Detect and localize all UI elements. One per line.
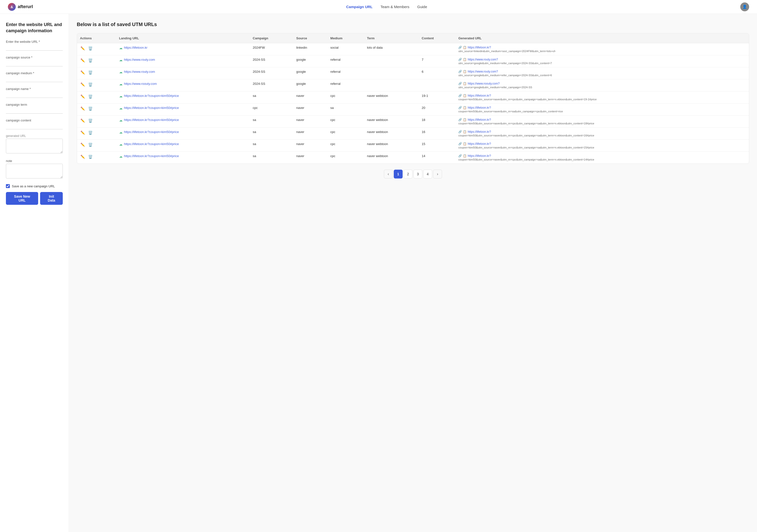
delete-button[interactable]: 🗑️ [88,70,93,75]
gen-url-link[interactable]: https://lifetoon.kr? [468,118,491,122]
copy-icon[interactable]: 📋 [463,70,467,73]
copy-icon[interactable]: 📋 [463,94,467,98]
cloud-icon: ☁ [119,82,123,86]
cloud-icon: ☁ [119,70,123,74]
gen-url-link[interactable]: https://www.routy.com? [468,70,498,73]
landing-url-link[interactable]: https://www.routy.com [124,58,155,62]
delete-button[interactable]: 🗑️ [88,154,93,159]
save-new-url-button[interactable]: Save New URL [6,192,38,205]
gen-url-link[interactable]: https://lifetoon.kr? [468,142,491,146]
campaign-content-input[interactable] [6,123,63,129]
gen-url-link[interactable]: https://lifetoon.kr? [468,130,491,133]
table-row: ✏️ 🗑️ ☁ https://lifetoon.kr?coupon=kim50… [77,92,749,103]
edit-button[interactable]: ✏️ [80,118,86,124]
edit-button[interactable]: ✏️ [80,46,86,51]
campaign-term-input[interactable] [6,107,63,114]
delete-button[interactable]: 🗑️ [88,106,93,111]
init-data-button[interactable]: Init Data [40,192,63,205]
edit-button[interactable]: ✏️ [80,130,86,135]
gen-url-top: 🔗 📋 https://www.routy.com? [458,70,746,73]
link-icon: 🔗 [458,118,462,122]
copy-icon[interactable]: 📋 [463,106,467,109]
gen-url-link[interactable]: https://lifetoon.kr? [468,106,491,109]
delete-button[interactable]: 🗑️ [88,130,93,135]
website-url-input[interactable] [6,44,63,51]
content-cell: 6 [419,67,456,79]
gen-url-link[interactable]: https://www.roouty.com? [468,82,500,85]
landing-url-link[interactable]: https://lifetoon.kr?coupon=kim50#price [124,142,179,146]
delete-button[interactable]: 🗑️ [88,58,93,63]
campaign-cell: 2024-SS [250,79,293,92]
gen-url-link[interactable]: https://lifetoon.kr? [468,46,491,49]
copy-icon[interactable]: 📋 [463,58,467,61]
gen-url-link[interactable]: https://www.routy.com? [468,58,498,61]
landing-url-link[interactable]: https://www.roouty.com [124,82,157,86]
landing-url-cell: ☁ https://lifetoon.kr?coupon=kim50#price [119,106,247,110]
gen-url-top: 🔗 📋 https://lifetoon.kr? [458,46,746,49]
table-header: Actions Landing URL Campaign Source Medi… [77,33,749,43]
edit-button[interactable]: ✏️ [80,94,86,99]
save-checkbox[interactable] [6,184,10,188]
edit-button[interactable]: ✏️ [80,82,86,87]
delete-button[interactable]: 🗑️ [88,94,93,99]
copy-icon[interactable]: 📋 [463,154,467,157]
content-cell: 19-1 [419,92,456,103]
campaign-content-label: campaign content [6,119,63,122]
copy-icon[interactable]: 📋 [463,82,467,85]
brand-icon: & [8,3,16,11]
save-checkbox-label[interactable]: Save as a new campaign URL [12,184,55,188]
next-page-button[interactable]: › [433,170,442,179]
page-3-button[interactable]: 3 [413,170,422,179]
landing-url-link[interactable]: https://www.routy.com [124,70,155,73]
link-icon: 🔗 [458,130,462,133]
edit-button[interactable]: ✏️ [80,70,86,75]
source-cell: naver [293,103,327,116]
landing-url-link[interactable]: https://lifetoon.kr?coupon=kim50#price [124,94,179,98]
nav-guide[interactable]: Guide [417,5,427,9]
prev-page-button[interactable]: ‹ [384,170,393,179]
copy-icon[interactable]: 📋 [463,142,467,146]
copy-icon[interactable]: 📋 [463,46,467,49]
delete-button[interactable]: 🗑️ [88,118,93,124]
campaign-medium-input[interactable] [6,76,63,82]
edit-button[interactable]: ✏️ [80,142,86,148]
source-cell: naver [293,140,327,152]
generated-url-textarea[interactable] [6,139,63,154]
edit-button[interactable]: ✏️ [80,58,86,63]
edit-button[interactable]: ✏️ [80,106,86,111]
landing-url-link[interactable]: https://lifetoon.kr?coupon=kim50#price [124,154,179,158]
content-cell: 15 [419,140,456,152]
page-1-button[interactable]: 1 [394,170,403,179]
cloud-icon: ☁ [119,94,123,98]
landing-url-link[interactable]: https://lifetoon.kr?coupon=kim50#price [124,106,179,110]
nav-campaign-url[interactable]: Campaign URL [346,5,373,9]
cloud-icon: ☁ [119,154,123,158]
campaign-medium-label: campaign medium * [6,71,63,75]
landing-url-link[interactable]: https://lifetoon.kr?coupon=kim50#price [124,118,179,122]
avatar[interactable]: 👤 [740,2,749,11]
generated-url-cell: 🔗 📋 https://lifetoon.kr? coupon=kim50&ut… [458,142,746,149]
term-cell: naver webtoon [364,116,419,127]
action-icons: ✏️ 🗑️ [80,82,113,87]
gen-url-link[interactable]: https://lifetoon.kr? [468,154,491,157]
campaign-name-input[interactable] [6,92,63,98]
delete-button[interactable]: 🗑️ [88,142,93,148]
generated-url-cell: 🔗 📋 https://lifetoon.kr? coupon=kim50&ut… [458,130,746,137]
gen-url-link[interactable]: https://lifetoon.kr? [468,94,491,98]
page-4-button[interactable]: 4 [423,170,432,179]
page-2-button[interactable]: 2 [404,170,412,179]
campaign-source-input[interactable] [6,60,63,67]
sidebar-title: Enter the website URL and campaign infor… [6,22,63,34]
landing-url-link[interactable]: https://lifetoon.kr?coupon=kim50#price [124,130,179,134]
edit-button[interactable]: ✏️ [80,154,86,159]
delete-button[interactable]: 🗑️ [88,82,93,87]
landing-url-cell: ☁ https://www.routy.com [119,70,247,74]
landing-url-cell: ☁ https://www.routy.com [119,58,247,62]
note-textarea[interactable] [6,164,63,179]
copy-icon[interactable]: 📋 [463,130,467,133]
campaign-source-field: campaign source * [6,56,63,67]
delete-button[interactable]: 🗑️ [88,46,93,51]
copy-icon[interactable]: 📋 [463,118,467,122]
landing-url-link[interactable]: https://lifetoon.kr [124,46,147,49]
nav-team-members[interactable]: Team & Members [380,5,409,9]
